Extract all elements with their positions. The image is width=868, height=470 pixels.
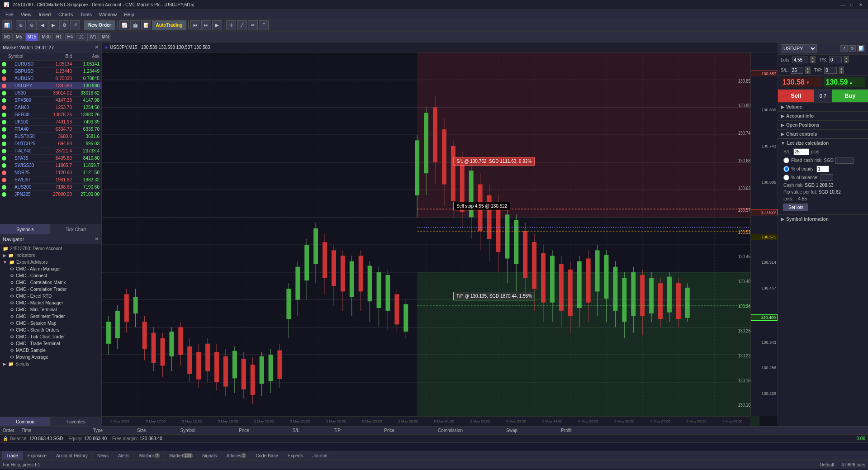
nav-item-cmc-tick-chart-trader[interactable]: ⚙CMC - Tick Chart Trader bbox=[8, 333, 100, 340]
maximize-button[interactable]: □ bbox=[848, 2, 855, 8]
market-watch-row-audusd[interactable]: AUDUSD 0.70838 0.70845 bbox=[0, 75, 101, 82]
symbol-info-title[interactable]: ▶ Symbol information bbox=[781, 217, 865, 222]
tab-articles[interactable]: Articles 2 bbox=[222, 451, 251, 460]
market-watch-row-fra40[interactable]: FRA40 6334.70 6336.70 bbox=[0, 126, 101, 133]
ts-down[interactable]: ▼ bbox=[844, 60, 849, 63]
market-watch-row-italy40[interactable]: ITALY40 23721.4 23733.4 bbox=[0, 147, 101, 155]
text-button[interactable]: T bbox=[259, 20, 269, 30]
tab-alerts[interactable]: Alerts bbox=[114, 451, 135, 460]
market-watch-row-usdjpy[interactable]: USDJPY 130.583 130.590 bbox=[0, 82, 101, 90]
fixed-cash-input[interactable] bbox=[835, 157, 854, 164]
properties-button[interactable]: ⚙ bbox=[59, 20, 69, 30]
tab-signals[interactable]: Signals bbox=[198, 451, 222, 460]
crosshair-button[interactable]: ✛ bbox=[226, 20, 236, 30]
nav-item-cmc-mini-terminal[interactable]: ⚙CMC - Mini Terminal bbox=[8, 306, 100, 313]
menu-file[interactable]: File bbox=[2, 11, 17, 18]
sl-pips-input[interactable] bbox=[793, 148, 809, 155]
ts-input[interactable] bbox=[829, 57, 842, 63]
menu-help[interactable]: Help bbox=[120, 11, 138, 18]
market-watch-row-uk100[interactable]: UK100 7491.93 7493.39 bbox=[0, 119, 101, 126]
tf-m15[interactable]: M15 bbox=[25, 33, 38, 41]
tab-journal[interactable]: Journal bbox=[308, 451, 332, 460]
lot-size-section-title[interactable]: ▼ Lot size calculation bbox=[781, 141, 865, 146]
tab-market[interactable]: Market 125 bbox=[165, 451, 198, 460]
market-watch-row-us30[interactable]: US30 33014.02 33016.62 bbox=[0, 90, 101, 97]
lots-input[interactable] bbox=[792, 57, 808, 63]
new-chart-button[interactable]: 📊 bbox=[2, 20, 12, 30]
tab-mailbox[interactable]: Mailbox 7 bbox=[135, 451, 165, 460]
market-watch-row-aus200[interactable]: AUS200 7188.60 7190.60 bbox=[0, 184, 101, 191]
nav-tab-common[interactable]: Common bbox=[0, 417, 51, 426]
navigator-close[interactable]: ✕ bbox=[95, 236, 99, 242]
tf-m30[interactable]: M30 bbox=[39, 33, 52, 41]
menu-charts[interactable]: Charts bbox=[55, 11, 76, 18]
buy-button[interactable]: Buy bbox=[832, 90, 868, 102]
menu-window[interactable]: Window bbox=[95, 11, 120, 18]
sell-button[interactable]: Sell bbox=[778, 90, 814, 102]
menu-view[interactable]: View bbox=[17, 11, 35, 18]
nav-group-header[interactable]: ▶📁Indicators bbox=[1, 252, 100, 259]
tf-mn[interactable]: MN bbox=[100, 33, 111, 41]
sl-up[interactable]: ▲ bbox=[805, 66, 811, 70]
tab-symbols[interactable]: Symbols bbox=[0, 224, 51, 234]
minimize-button[interactable]: — bbox=[839, 2, 846, 8]
tf-h1[interactable]: H1 bbox=[54, 33, 64, 41]
tf-m1[interactable]: M1 bbox=[2, 33, 13, 41]
tab-account-history[interactable]: Account History bbox=[52, 451, 93, 460]
market-watch-row-swiss30[interactable]: SWISS30 11865.7 11869.7 bbox=[0, 162, 101, 169]
market-watch-close[interactable]: ✕ bbox=[95, 44, 99, 50]
lots-up[interactable]: ▲ bbox=[810, 56, 816, 60]
nav-item-cmc-connect[interactable]: ⚙CMC - Connect bbox=[8, 272, 100, 279]
indicator-button[interactable]: 📈 bbox=[119, 20, 129, 30]
tp-up[interactable]: ▲ bbox=[839, 66, 844, 70]
market-watch-row-eustx50[interactable]: EUSTX50 3680.0 3681.6 bbox=[0, 133, 101, 140]
scroll-right-button[interactable]: ▶ bbox=[48, 20, 58, 30]
line-button[interactable]: ╱ bbox=[237, 20, 247, 30]
market-watch-row-spx500[interactable]: SPX500 4147.38 4147.98 bbox=[0, 97, 101, 104]
tf-d1[interactable]: D1 bbox=[76, 33, 86, 41]
tab-tick-chart[interactable]: Tick Chart bbox=[51, 224, 101, 234]
nav-tab-favorites[interactable]: Favorites bbox=[51, 417, 101, 426]
symbol-chart-button[interactable]: 📊 bbox=[857, 45, 865, 52]
play-button[interactable]: ▶ bbox=[212, 20, 222, 30]
nav-item-macd-sample[interactable]: ⚙MACD Sample bbox=[8, 347, 100, 354]
zoom-in-button[interactable]: ⊕ bbox=[16, 20, 26, 30]
nav-group-header[interactable]: ▼📁Expert Advisors bbox=[1, 259, 100, 266]
market-watch-row-ger30[interactable]: GER30 13878.26 13880.26 bbox=[0, 111, 101, 119]
pct-balance-input[interactable] bbox=[821, 174, 833, 181]
pen-button[interactable]: ✏ bbox=[248, 20, 258, 30]
market-watch-row-gbpusd[interactable]: GBPUSD 1.23440 1.23449 bbox=[0, 68, 101, 75]
tab-trade[interactable]: Trade bbox=[2, 451, 23, 460]
menu-insert[interactable]: Insert bbox=[35, 11, 55, 18]
tab-news[interactable]: News bbox=[93, 451, 114, 460]
nav-item-cmc-stealth-orders[interactable]: ⚙CMC - Stealth Orders bbox=[8, 327, 100, 333]
sl-input[interactable] bbox=[791, 67, 803, 74]
nav-item-cmc-correlation-matrix[interactable]: ⚙CMC - Correlation Matrix bbox=[8, 279, 100, 286]
script-button[interactable]: 📝 bbox=[141, 20, 151, 30]
pct-equity-input[interactable] bbox=[816, 166, 829, 172]
chart-controls-section-title[interactable]: ▶ Chart controls bbox=[781, 132, 865, 137]
auto-trading-button[interactable]: AutoTrading bbox=[152, 20, 187, 30]
scroll-left-button[interactable]: ◀ bbox=[38, 20, 47, 30]
tf-w1[interactable]: W1 bbox=[87, 33, 99, 41]
market-watch-row-nor25[interactable]: NOR25 1120.60 1121.50 bbox=[0, 169, 101, 176]
nav-account[interactable]: 📁24513780: Demo Account bbox=[1, 245, 100, 252]
market-watch-row-eurusd[interactable]: EURUSD 1.05134 1.05141 bbox=[0, 61, 101, 68]
tp-down[interactable]: ▼ bbox=[839, 70, 844, 74]
nav-item-cmc-market-manager[interactable]: ⚙CMC - Market Manager bbox=[8, 299, 100, 306]
market-watch-row-dutch25[interactable]: DUTCH25 694.68 695.03 bbox=[0, 140, 101, 147]
nav-item-cmc-alarm-manager[interactable]: ⚙CMC - Alarm Manager bbox=[8, 266, 100, 272]
pct-equity-radio[interactable] bbox=[783, 166, 789, 172]
nav-item-cmc-sentiment-trader[interactable]: ⚙CMC - Sentiment Trader bbox=[8, 313, 100, 320]
nav-group-header[interactable]: ▶📁Scripts bbox=[1, 361, 100, 367]
refresh-button[interactable]: ↺ bbox=[70, 20, 80, 30]
tf-h4[interactable]: H4 bbox=[65, 33, 76, 41]
refresh-symbol-button[interactable]: ↺ bbox=[840, 45, 848, 52]
pct-balance-radio[interactable] bbox=[783, 175, 789, 180]
open-positions-section-title[interactable]: ▶ Open Positions bbox=[781, 123, 865, 128]
tf-m5[interactable]: M5 bbox=[14, 33, 24, 41]
expert-button[interactable]: 🤖 bbox=[130, 20, 140, 30]
tab-codebase[interactable]: Code Base bbox=[251, 451, 283, 460]
market-watch-row-can60[interactable]: CAN60 1253.78 1254.58 bbox=[0, 104, 101, 111]
nav-item-cmc-session-map[interactable]: ⚙CMC - Session Map bbox=[8, 320, 100, 327]
